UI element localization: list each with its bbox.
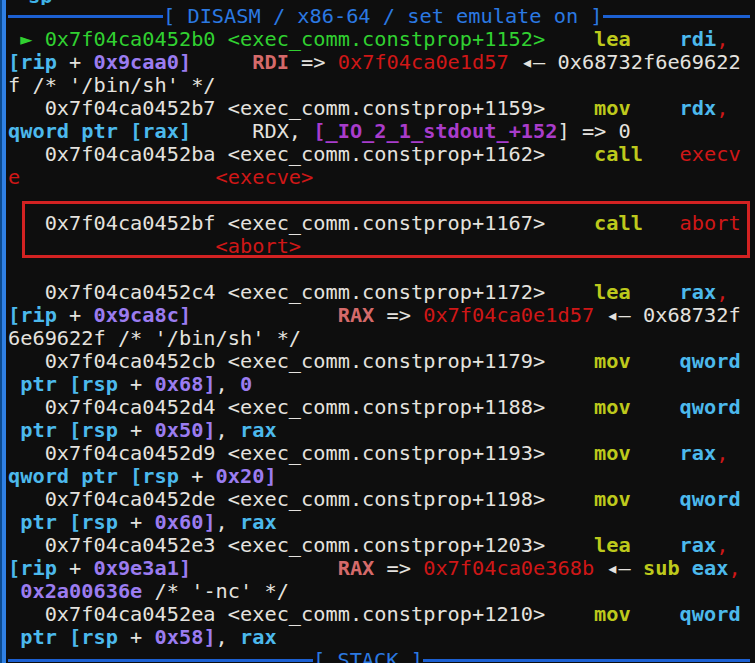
code-token-plain: , xyxy=(216,418,240,442)
code-token-imm: 0x68] xyxy=(155,372,216,396)
disasm-row: ptr [rsp + 0x50], rax xyxy=(8,419,755,442)
code-token-addr: , xyxy=(716,96,728,120)
code-token-plain: 0x7f04ca0452ba <exec_comm.constprop+1162… xyxy=(8,142,545,166)
code-token-addr: execv xyxy=(643,142,741,166)
code-token-register: qword ptr [rax] xyxy=(8,119,191,143)
code-token-plain: => xyxy=(374,303,423,327)
disasm-row: 0x7f04ca0452ba <exec_comm.constprop+1162… xyxy=(8,143,755,166)
disasm-rows: [ DISASM / x86-64 / set emulate on ] ► 0… xyxy=(8,5,755,663)
disasm-row: 0x7f04ca0452e3 <exec_comm.constprop+1203… xyxy=(8,534,755,557)
disasm-row: [rip + 0x9e3a1] RAX => 0x7f04ca0e368b ◂—… xyxy=(8,557,755,580)
code-token-register: qword xyxy=(631,395,741,419)
code-token-plain: /* '-nc' */ xyxy=(142,579,289,603)
code-token-plain xyxy=(20,165,215,189)
code-token-addr: , xyxy=(728,556,740,580)
code-token-register: [rip xyxy=(8,556,57,580)
disasm-row: 0x7f04ca0452d4 <exec_comm.constprop+1188… xyxy=(8,396,755,419)
code-token-register: rax xyxy=(240,625,277,649)
code-token-addr: , xyxy=(716,27,728,51)
code-token-register: eax xyxy=(680,556,729,580)
code-token-current: ► 0x7f04ca0452b0 <exec_comm.constprop+11… xyxy=(8,27,545,51)
code-token-plain: , xyxy=(216,625,240,649)
code-token-imm: 0x60] xyxy=(155,510,216,534)
code-token-plain: ◂— xyxy=(594,556,643,580)
code-token-symbol: [_IO_2_1_stdout_+152 xyxy=(313,119,557,143)
code-token-plain: RDX, xyxy=(191,119,313,143)
code-token-register: rax xyxy=(631,280,716,304)
code-token-plain: ] => 0 xyxy=(557,119,630,143)
code-token-plain: + xyxy=(118,418,155,442)
code-token-mnemonic: sub xyxy=(643,556,680,580)
disasm-row: f /* '/bin/sh' */ xyxy=(8,74,755,97)
disasm-row: qword ptr [rsp + 0x20] xyxy=(8,465,755,488)
current-instruction-highlight-box xyxy=(22,201,750,258)
code-token-imm: 0 xyxy=(240,372,252,396)
code-token-plain: 0x7f04ca0452cb <exec_comm.constprop+1179… xyxy=(8,349,545,373)
code-token-reg-label: RAX xyxy=(338,303,375,327)
code-token-register: ptr [rsp xyxy=(8,372,118,396)
disasm-row: ► 0x7f04ca0452b0 <exec_comm.constprop+11… xyxy=(8,28,755,51)
section-header-stack: [ STACK ] xyxy=(8,649,755,663)
disasm-row: 0x7f04ca0452b7 <exec_comm.constprop+1159… xyxy=(8,97,755,120)
code-token-plain: + xyxy=(179,464,216,488)
code-token-plain: + xyxy=(118,372,155,396)
code-token-plain: 0x7f04ca0452de <exec_comm.constprop+1198… xyxy=(8,487,545,511)
code-token-register: qword xyxy=(631,602,741,626)
code-token-register: rax xyxy=(240,510,277,534)
code-token-plain: 0x7f04ca0452e3 <exec_comm.constprop+1203… xyxy=(8,533,545,557)
header-label-disasm: [ DISASM / x86-64 / set emulate on ] xyxy=(163,5,603,28)
disasm-row: ptr [rsp + 0x68], 0 xyxy=(8,373,755,396)
code-token-plain xyxy=(8,579,20,603)
disasm-row: ptr [rsp + 0x60], rax xyxy=(8,511,755,534)
code-token-register: rax xyxy=(631,533,716,557)
code-token-mnemonic: mov xyxy=(545,602,630,626)
code-token-addr: 0x7f04ca0e1d57 xyxy=(423,303,594,327)
code-token-plain: + xyxy=(118,625,155,649)
code-token-imm: 0x58] xyxy=(155,625,216,649)
code-token-register: ptr [rsp xyxy=(8,625,118,649)
code-token-plain: 0x7f04ca0452d4 <exec_comm.constprop+1188… xyxy=(8,395,545,419)
code-token-plain xyxy=(191,556,338,580)
code-token-addr: 0x7f04ca0e368b xyxy=(423,556,594,580)
code-token-plain: 0x7f04ca0452b7 <exec_comm.constprop+1159… xyxy=(8,96,545,120)
code-token-addr: , xyxy=(716,533,728,557)
divider-line xyxy=(423,659,750,662)
code-token-imm: 0x50] xyxy=(155,418,216,442)
code-token-addr: <execve> xyxy=(216,165,314,189)
disasm-row: 6e69622f /* '/bin/sh' */ xyxy=(8,327,755,350)
disasm-row: e <execve> xyxy=(8,166,755,189)
code-token-reg-label: RDI xyxy=(252,50,289,74)
pane-scrollbar[interactable] xyxy=(0,0,6,663)
code-token-mnemonic: call xyxy=(545,142,643,166)
code-token-plain: f /* '/bin/sh' */ xyxy=(8,73,216,97)
code-token-register: ptr [rsp xyxy=(8,418,118,442)
code-token-mnemonic: mov xyxy=(545,349,630,373)
code-token-mnemonic: lea xyxy=(545,27,630,51)
code-token-plain xyxy=(191,50,252,74)
code-token-addr: , xyxy=(716,441,728,465)
code-token-addr: e xyxy=(8,165,20,189)
code-token-plain: 0x7f04ca0452ea <exec_comm.constprop+1210… xyxy=(8,602,545,626)
divider-line xyxy=(8,15,163,18)
code-token-register: [rip xyxy=(8,50,57,74)
disasm-row: ptr [rsp + 0x58], rax xyxy=(8,626,755,649)
divider-line xyxy=(603,15,750,18)
code-token-register: qword xyxy=(631,487,741,511)
code-token-plain: => xyxy=(289,50,338,74)
code-token-plain: 0x68732f6e69622 xyxy=(558,50,741,74)
code-token-plain: ◂— xyxy=(594,303,643,327)
code-token-imm: 0x20] xyxy=(216,464,277,488)
code-token-imm: 0x2a00636e xyxy=(20,579,142,603)
code-token-register: rdx xyxy=(631,96,716,120)
code-token-plain: , xyxy=(216,510,240,534)
disasm-row: 0x7f04ca0452cb <exec_comm.constprop+1179… xyxy=(8,350,755,373)
code-token-mnemonic: mov xyxy=(545,395,630,419)
section-header-disasm: [ DISASM / x86-64 / set emulate on ] xyxy=(8,5,755,28)
code-token-plain: ◂— xyxy=(509,50,558,74)
disasm-row: 0x7f04ca0452ea <exec_comm.constprop+1210… xyxy=(8,603,755,626)
code-token-register: qword ptr [rsp xyxy=(8,464,179,488)
disasm-row: 0x7f04ca0452de <exec_comm.constprop+1198… xyxy=(8,488,755,511)
code-token-plain: 6e69622f /* '/bin/sh' */ xyxy=(8,326,301,350)
code-token-imm: 0x9e3a1] xyxy=(93,556,191,580)
code-token-mnemonic: lea xyxy=(545,280,630,304)
